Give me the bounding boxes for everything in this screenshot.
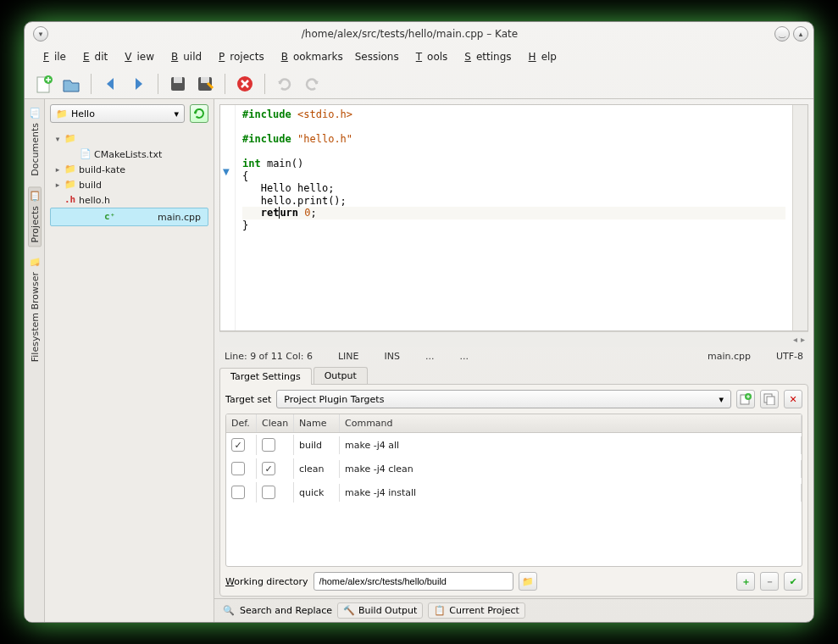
bottom-bar: 🔍 Search and Replace 🔨Build Output 📋Curr… [214, 598, 813, 622]
menu-build[interactable]: Build [161, 49, 207, 64]
hammer-icon: 🔨 [343, 605, 355, 616]
table-row[interactable]: ✓cleanmake -j4 clean [226, 457, 802, 480]
menu-file[interactable]: File [33, 49, 71, 64]
file-icon: c⁺ [104, 211, 116, 223]
insert-mode: INS [384, 351, 399, 362]
target-set-select[interactable]: Project Plugin Targets ▾ [276, 390, 731, 408]
menu-view[interactable]: View [114, 49, 159, 64]
menu-settings[interactable]: Settings [454, 49, 516, 64]
copy-target-set-button[interactable] [760, 390, 779, 408]
file-icon: 📄 [80, 148, 92, 160]
tree-node[interactable]: ▸📁build [50, 177, 208, 192]
chevron-down-icon: ▾ [174, 108, 179, 119]
forward-icon[interactable] [127, 73, 149, 95]
tab-target-settings[interactable]: Target Settings [219, 368, 312, 385]
menu-projects[interactable]: Projects [208, 49, 269, 64]
save-as-icon[interactable] [194, 73, 216, 95]
svg-rect-3 [174, 77, 182, 83]
folder-icon: 📁 [56, 108, 68, 119]
clean-checkbox[interactable] [262, 486, 275, 499]
tree-node[interactable]: ▾📁 [50, 131, 208, 147]
maximize-button[interactable]: ▴ [793, 26, 808, 42]
folder-icon: 📁 [29, 257, 41, 269]
minimize-button[interactable]: ‿ [774, 26, 790, 42]
file-icon: .h [64, 194, 76, 206]
target-settings-panel: Target set Project Plugin Targets ▾ ✕ De… [219, 384, 808, 597]
table-row[interactable]: ✓buildmake -j4 all [226, 433, 802, 457]
svg-rect-10 [767, 397, 774, 405]
window-menu-button[interactable]: ▾ [33, 26, 48, 42]
remove-target-button[interactable]: － [760, 572, 779, 591]
menu-bookmarks[interactable]: Bookmarks [271, 49, 348, 64]
chevron-down-icon: ▾ [719, 394, 724, 405]
gutter: ▼ [220, 105, 236, 330]
new-target-set-button[interactable] [736, 390, 755, 408]
tree-node[interactable]: ▸📁build-kate [50, 162, 208, 177]
reload-button[interactable] [190, 104, 208, 123]
close-icon[interactable] [234, 73, 256, 95]
toolbar [25, 69, 813, 98]
filename: main.cpp [708, 351, 751, 362]
encoding: UTF-8 [776, 351, 803, 362]
tree-node[interactable]: .hhello.h [50, 192, 208, 208]
undo-icon[interactable] [274, 73, 296, 95]
menu-tools[interactable]: Tools [406, 49, 453, 64]
add-target-button[interactable]: ＋ [736, 572, 755, 591]
menu-edit[interactable]: Edit [73, 49, 113, 64]
file-icon: 📁 [64, 164, 76, 175]
documents-icon: 📄 [29, 108, 41, 119]
build-output-tab[interactable]: 🔨Build Output [337, 602, 423, 619]
titlebar: ▾ /home/alex/src/tests/hello/main.cpp – … [25, 22, 813, 46]
delete-target-set-button[interactable]: ✕ [784, 390, 802, 408]
confirm-button[interactable]: ✔ [784, 572, 802, 591]
targets-table: Def. Clean Name Command ✓buildmake -j4 a… [225, 414, 802, 567]
browse-directory-button[interactable]: 📁 [519, 572, 537, 591]
clean-checkbox[interactable]: ✓ [262, 462, 275, 475]
editor[interactable]: ▼ #include <stdio.h> #include "hello.h" … [219, 104, 808, 331]
def-checkbox[interactable] [231, 462, 245, 475]
file-icon: 📁 [64, 179, 76, 191]
vertical-scrollbar[interactable] [792, 105, 807, 330]
svg-rect-5 [201, 77, 209, 83]
table-row[interactable]: quickmake -j4 install [226, 480, 802, 504]
def-checkbox[interactable] [231, 486, 245, 499]
side-tab-strip: Documents📄 Projects📋 Filesystem Browser📁 [25, 99, 45, 622]
col-def: Def. [226, 414, 257, 432]
binoculars-icon: 🔍 [223, 605, 235, 616]
col-command: Command [340, 414, 802, 432]
line-mode: LINE [338, 351, 359, 362]
tab-output[interactable]: Output [314, 367, 368, 384]
side-tab-fsbrowser[interactable]: Filesystem Browser📁 [29, 253, 41, 365]
file-icon: 📁 [64, 133, 76, 145]
cursor-position: Line: 9 of 11 Col: 6 [225, 351, 313, 362]
redo-icon[interactable] [301, 73, 323, 95]
project-icon: 📋 [434, 605, 446, 616]
side-tab-projects[interactable]: Projects📋 [28, 186, 42, 247]
menu-help[interactable]: Help [519, 49, 562, 64]
tree-node[interactable]: c⁺main.cpp [50, 208, 208, 226]
status-bar: Line: 9 of 11 Col: 6 LINE INS ...... mai… [214, 347, 813, 365]
horizontal-scrollbar[interactable]: ◂▸ [219, 331, 808, 347]
target-set-label: Target set [225, 394, 271, 405]
working-directory-input[interactable] [314, 572, 514, 591]
working-directory-label: Working directory [225, 576, 308, 587]
def-checkbox[interactable]: ✓ [231, 438, 245, 452]
current-project-tab[interactable]: 📋Current Project [428, 602, 524, 619]
open-file-icon[interactable] [60, 73, 82, 95]
tree-node[interactable]: 📄CMakeLists.txt [50, 147, 208, 162]
clean-checkbox[interactable] [262, 438, 275, 452]
project-selector[interactable]: 📁Hello ▾ [50, 104, 185, 123]
menubar: File Edit View Build Projects Bookmarks … [25, 46, 813, 69]
project-tree-panel: 📁Hello ▾ ▾📁📄CMakeLists.txt▸📁build-kate▸📁… [45, 99, 214, 622]
save-icon[interactable] [167, 73, 189, 95]
side-tab-documents[interactable]: Documents📄 [29, 104, 41, 180]
window-title: /home/alex/src/tests/hello/main.cpp – Ka… [48, 28, 771, 40]
col-clean: Clean [257, 414, 294, 432]
projects-icon: 📋 [29, 191, 41, 203]
back-icon[interactable] [100, 73, 122, 95]
new-file-icon[interactable] [33, 73, 55, 95]
col-name: Name [294, 414, 340, 432]
menu-sessions[interactable]: Sessions [350, 49, 404, 64]
fold-icon[interactable]: ▼ [223, 167, 230, 176]
search-replace-label[interactable]: Search and Replace [240, 605, 332, 616]
